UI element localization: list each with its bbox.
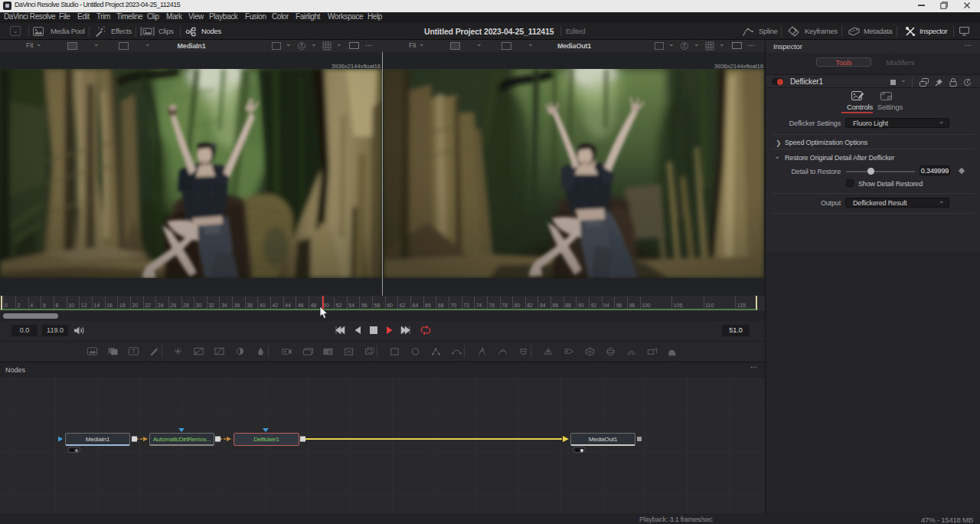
svg-text:T: T: [132, 348, 136, 355]
